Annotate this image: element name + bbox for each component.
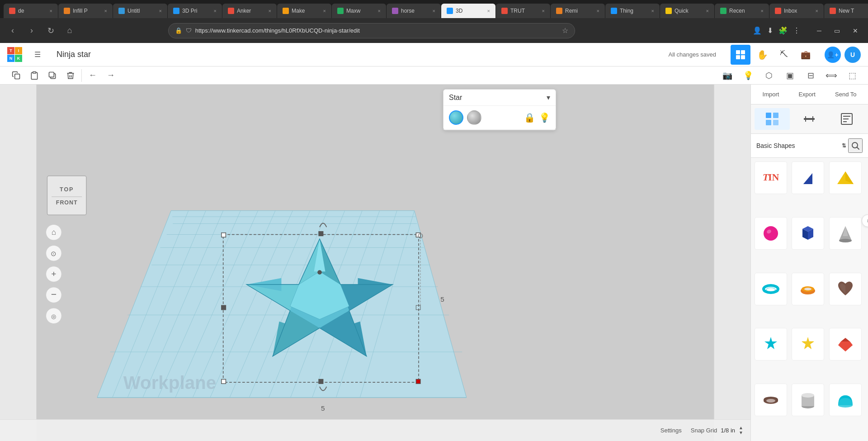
user-avatar[interactable]: U	[844, 47, 861, 63]
shape-item-pyramid[interactable]	[829, 161, 862, 194]
tab-untitl[interactable]: Untitl ×	[113, 4, 167, 18]
view-cube-group[interactable]: TOP FRONT	[47, 176, 86, 215]
close-window-button[interactable]: ✕	[848, 24, 863, 38]
reload-button[interactable]: ↻	[43, 24, 58, 38]
tab-close-icon[interactable]: ×	[487, 8, 490, 14]
tab-maxw[interactable]: Maxw ×	[332, 4, 386, 18]
import-button[interactable]: Import	[758, 88, 784, 100]
tab-make[interactable]: Make ×	[277, 4, 331, 18]
tab-close-icon[interactable]: ×	[816, 8, 818, 14]
visibility-icon[interactable]: 💡	[539, 112, 550, 123]
tab-shapes[interactable]	[755, 108, 790, 130]
tab-close-icon[interactable]: ×	[104, 8, 107, 14]
tab-close-icon[interactable]: ×	[378, 8, 381, 14]
hand-tool-button[interactable]: ✋	[752, 45, 772, 65]
bookmark-icon[interactable]: ☆	[562, 26, 568, 35]
shape-item-star-teal[interactable]	[755, 328, 787, 360]
menu-icon[interactable]: ⋮	[793, 26, 800, 35]
shape-item-blue-wedge[interactable]	[792, 161, 824, 194]
download-icon[interactable]: ⬇	[767, 26, 773, 35]
snap-grid-down[interactable]: ▼	[739, 431, 743, 435]
shape-item-ring-orange[interactable]	[792, 273, 824, 305]
undo-button[interactable]: ←	[84, 66, 102, 85]
paste-button[interactable]	[25, 66, 43, 85]
shape-item-dark-cube[interactable]	[792, 217, 824, 250]
tab-close-icon[interactable]: ×	[706, 8, 709, 14]
shapes-dropdown[interactable]: Basic Shapes ⇅	[751, 134, 868, 158]
search-shapes-button[interactable]	[848, 138, 863, 153]
forward-button[interactable]: ›	[24, 24, 39, 38]
shape-item-gem[interactable]	[829, 328, 862, 360]
tab-close-icon[interactable]: ×	[433, 8, 435, 14]
tab-notes[interactable]	[829, 108, 864, 130]
minimize-button[interactable]: ─	[812, 24, 826, 38]
tab-3d-active[interactable]: 3D ×	[441, 4, 495, 18]
tab-anker[interactable]: Anker ×	[222, 4, 277, 18]
tab-quick[interactable]: Quick ×	[660, 4, 714, 18]
shape-item-star-yellow[interactable]	[792, 328, 824, 360]
tab-close-icon[interactable]: ×	[323, 8, 326, 14]
align-button[interactable]: ⊟	[802, 67, 819, 84]
select-button[interactable]: ⬚	[844, 67, 861, 84]
tab-thing[interactable]: Thing ×	[605, 4, 660, 18]
address-bar[interactable]: 🔒 🛡 https://www.tinkercad.com/things/hL0…	[168, 23, 575, 38]
tab-inbox[interactable]: Inbox ×	[769, 4, 824, 18]
profile-icon[interactable]: 👤	[753, 26, 762, 35]
teal-color-swatch[interactable]	[449, 110, 463, 125]
tab-close-icon[interactable]: ×	[50, 8, 52, 14]
tab-infill[interactable]: Infill P ×	[58, 4, 113, 18]
snap-grid-up[interactable]: ▲	[739, 426, 743, 430]
tab-measure[interactable]	[792, 108, 827, 130]
home-button[interactable]: ⌂	[62, 24, 77, 38]
copy-button[interactable]	[7, 66, 25, 85]
shape-item-cone[interactable]	[829, 217, 862, 250]
extensions-icon[interactable]: 🧩	[778, 26, 788, 35]
tab-de[interactable]: de ×	[4, 4, 58, 18]
shape-dropdown-button[interactable]: ▾	[547, 93, 550, 102]
handle-bl[interactable]	[222, 379, 226, 384]
send-to-button[interactable]: Send To	[830, 88, 861, 100]
shape-item-heart[interactable]	[829, 273, 862, 305]
tab-trut[interactable]: TRUT ×	[496, 4, 550, 18]
back-button[interactable]: ‹	[5, 24, 20, 38]
tab-close-icon[interactable]: ×	[761, 8, 764, 14]
add-user-button[interactable]: 👤+	[825, 47, 841, 63]
viewport[interactable]: Workplane 5 5 TOP FRONT ⌂ ⊙	[0, 85, 750, 441]
shape-item-ring-brown[interactable]	[755, 384, 787, 416]
shape-item-cylinder[interactable]	[792, 384, 824, 416]
lock-icon[interactable]: 🔒	[524, 112, 535, 123]
gray-color-swatch[interactable]	[467, 110, 481, 125]
briefcase-button[interactable]: 💼	[796, 45, 816, 65]
shape-item-dome[interactable]	[829, 384, 862, 416]
3d-view-button[interactable]	[731, 45, 750, 65]
shape-item-text[interactable]: T IN	[755, 161, 787, 194]
tab-remi[interactable]: Remi ×	[551, 4, 605, 18]
tab-close-icon[interactable]: ×	[542, 8, 545, 14]
maximize-button[interactable]: ▭	[830, 24, 844, 38]
tab-3dprint[interactable]: 3D Pri ×	[168, 4, 222, 18]
tinkercad-logo[interactable]: T I N K	[7, 47, 22, 62]
tab-close-icon[interactable]: ×	[214, 8, 217, 14]
duplicate-button[interactable]	[43, 66, 61, 85]
tab-recen[interactable]: Recen ×	[715, 4, 769, 18]
snap-grid-stepper[interactable]: ▲ ▼	[739, 426, 743, 435]
camera-button[interactable]: 📷	[719, 67, 736, 84]
export-button[interactable]: Export	[794, 88, 820, 100]
redo-button[interactable]: →	[102, 66, 120, 85]
handle-tc[interactable]	[319, 232, 323, 236]
delete-button[interactable]	[61, 66, 80, 85]
shape-tool-button[interactable]: ⬡	[760, 67, 778, 84]
handle-br[interactable]	[416, 379, 420, 384]
tab-horse[interactable]: horse ×	[387, 4, 441, 18]
handle-tl[interactable]	[222, 233, 226, 237]
handle-bc[interactable]	[319, 379, 323, 384]
light-button[interactable]: 💡	[740, 67, 757, 84]
tab-close-icon[interactable]: ×	[269, 8, 271, 14]
shape-item-torus[interactable]	[755, 273, 787, 305]
mirror-button[interactable]: ⟺	[823, 67, 840, 84]
menu-hamburger-button[interactable]: ☰	[28, 45, 47, 65]
tab-close-icon[interactable]: ×	[651, 8, 654, 14]
shape-item-sphere[interactable]	[755, 217, 787, 250]
tab-close-icon[interactable]: ×	[159, 8, 162, 14]
pick-tool-button[interactable]: ⛏	[774, 45, 794, 65]
